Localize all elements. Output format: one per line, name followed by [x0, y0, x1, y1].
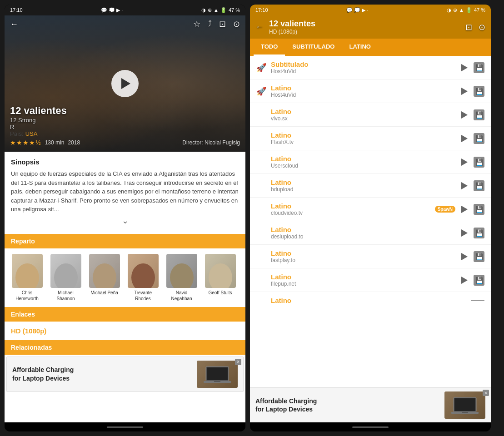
- hero-toolbar-right: ☆ ⤴ ⊡ ⊙: [193, 19, 240, 29]
- expand-icon[interactable]: ⌄: [11, 214, 239, 228]
- hero-title: 12 valientes: [10, 105, 240, 117]
- link-group-1: Subtitulado Host4uVid: [271, 60, 454, 74]
- play-btn-5[interactable]: [459, 157, 470, 168]
- link-host-7: cloudvideo.tv: [271, 210, 430, 216]
- face-navid: [166, 254, 197, 288]
- play-btn-2[interactable]: [459, 86, 470, 97]
- cast-photo-navid: [166, 254, 197, 288]
- play-btn-8[interactable]: [459, 228, 470, 238]
- link-type-5: Latino: [271, 155, 454, 163]
- bookmark-icon[interactable]: ☆: [193, 19, 200, 29]
- hd-link[interactable]: HD (1080p): [5, 322, 245, 340]
- tab-todo[interactable]: TODO: [254, 39, 285, 56]
- left-ad-close[interactable]: ×: [235, 359, 241, 365]
- link-host-6: bdupload: [271, 186, 454, 193]
- right-ad-close[interactable]: ×: [483, 390, 489, 396]
- wireless-icon[interactable]: ⊙: [233, 19, 240, 29]
- link-host-1: Host4uVid: [271, 68, 454, 74]
- face-trevante: [128, 254, 159, 288]
- youtube-icon-r: ▶: [362, 7, 365, 13]
- cast-name-chris: ChrisHemsworth: [15, 290, 39, 302]
- link-group-3: Latino vivo.sx: [271, 108, 454, 122]
- cast-item-chris[interactable]: ChrisHemsworth: [10, 254, 44, 302]
- link-type-7: Latino: [271, 202, 430, 210]
- right-content: ← 12 valientes HD (1080p) ⊡ ⊙ TODO SUBTI…: [250, 15, 491, 422]
- play-button[interactable]: [111, 70, 139, 97]
- play-arrow-8: [461, 229, 468, 237]
- play-btn-7[interactable]: [459, 204, 470, 215]
- ad-laptop-icon: [201, 363, 233, 386]
- cast-icon[interactable]: ⊡: [219, 19, 226, 29]
- tab-subtitulado[interactable]: SUBTITULADO: [285, 39, 342, 56]
- cast-item-trevante[interactable]: TrevanteRhodes: [126, 254, 160, 302]
- play-triangle-icon: [121, 78, 130, 89]
- save-btn-8[interactable]: 💾: [474, 228, 484, 238]
- right-header-info: 12 valientes HD (1080p): [269, 19, 460, 35]
- right-cast-icon[interactable]: ⊡: [465, 22, 472, 32]
- link-group-7: Latino cloudvideo.tv: [271, 202, 430, 216]
- links-list: 🚀 Subtitulado Host4uVid 💾 🚀 Latino Host4…: [250, 56, 491, 387]
- save-btn-7[interactable]: 💾: [474, 204, 484, 215]
- link-type-9: Latino: [271, 249, 454, 257]
- link-group-11: Latino: [271, 297, 466, 304]
- status-bar-left: 17:10 💬 💭 ▶ · ◑ ⊕ ▲ 🔋 47 %: [5, 5, 245, 15]
- save-btn-4[interactable]: 💾: [474, 133, 484, 144]
- link-host-3: vivo.sx: [271, 115, 454, 122]
- play-btn-9[interactable]: [459, 251, 470, 262]
- link-actions-10: 💾: [459, 275, 484, 286]
- play-btn-4[interactable]: [459, 133, 470, 144]
- cast-item-michael-s[interactable]: MichaelShannon: [49, 254, 83, 302]
- save-btn-3[interactable]: 💾: [474, 109, 484, 120]
- brightness-icon-r: ◑: [447, 7, 451, 13]
- link-actions-9: 💾: [459, 251, 484, 262]
- link-actions-7: SpawN 💾: [435, 204, 484, 215]
- link-actions-2: 💾: [459, 86, 484, 97]
- link-host-10: filepup.net: [271, 281, 454, 287]
- cast-name-trevante: TrevanteRhodes: [134, 290, 152, 302]
- relacionadas-header: Relacionadas: [5, 340, 245, 355]
- play-btn-3[interactable]: [459, 109, 470, 120]
- status-bar-right: 17:10 💬 💭 ▶ · ◑ ⊕ ▲ 🔋 47 %: [250, 5, 491, 15]
- play-btn-6[interactable]: [459, 180, 470, 191]
- link-actions-8: 💾: [459, 228, 484, 238]
- link-row-9: Latino fastplay.to 💾: [250, 245, 491, 268]
- status-right-left: ◑ ⊕ ▲ 🔋 47 %: [201, 7, 240, 13]
- save-btn-6[interactable]: 💾: [474, 180, 484, 191]
- link-row-2: 🚀 Latino Host4uVid 💾: [250, 79, 491, 103]
- left-ad-banner: × Affordable Chargingfor Laptop Devices: [6, 357, 244, 392]
- share-icon[interactable]: ⤴: [208, 19, 212, 29]
- left-ad-image: [197, 361, 238, 388]
- cast-photo-chris: [12, 254, 43, 288]
- cast-item-geoff[interactable]: Geoff Stults: [203, 254, 237, 302]
- left-scroll: Sinopsis Un equipo de fuerzas especiales…: [5, 152, 245, 422]
- play-btn-1[interactable]: [459, 62, 470, 73]
- battery-icon: 🔋: [220, 7, 227, 13]
- link-row-8: Latino desiupload.to 💾: [250, 221, 491, 245]
- left-ad-title: Affordable Chargingfor Laptop Devices: [12, 366, 192, 382]
- right-header-title: 12 valientes: [269, 19, 460, 29]
- tab-latino[interactable]: LATINO: [342, 39, 378, 56]
- save-btn-10[interactable]: 💾: [474, 275, 484, 286]
- right-wireless-icon[interactable]: ⊙: [479, 22, 485, 32]
- country-row: País: USA: [10, 130, 240, 137]
- link-group-8: Latino desiupload.to: [271, 226, 454, 240]
- dot-icon-r: ·: [367, 7, 368, 13]
- right-back-button[interactable]: ←: [255, 22, 264, 32]
- save-btn-5[interactable]: 💾: [474, 157, 484, 168]
- hero-section: ← ☆ ⤴ ⊡ ⊙ 12 valientes 12 Strong R País:…: [5, 15, 245, 152]
- play-btn-10[interactable]: [459, 275, 470, 286]
- cast-item-navid[interactable]: NavidNegahban: [165, 254, 199, 302]
- link-host-4: FlashX.tv: [271, 139, 454, 145]
- country-label: País:: [10, 130, 24, 137]
- play-arrow-2: [461, 88, 468, 95]
- link-type-10: Latino: [271, 273, 454, 281]
- back-button[interactable]: ←: [10, 20, 18, 29]
- oval-michael-s: [54, 263, 78, 288]
- link-row-7: Latino cloudvideo.tv SpawN 💾: [250, 198, 491, 221]
- cast-photo-geoff: [205, 254, 236, 288]
- save-btn-9[interactable]: 💾: [474, 251, 484, 262]
- save-btn-2[interactable]: 💾: [474, 86, 484, 97]
- save-btn-1[interactable]: 💾: [474, 62, 484, 73]
- cast-item-michael-p[interactable]: Michael Peña: [87, 254, 121, 302]
- link-group-5: Latino Userscloud: [271, 155, 454, 169]
